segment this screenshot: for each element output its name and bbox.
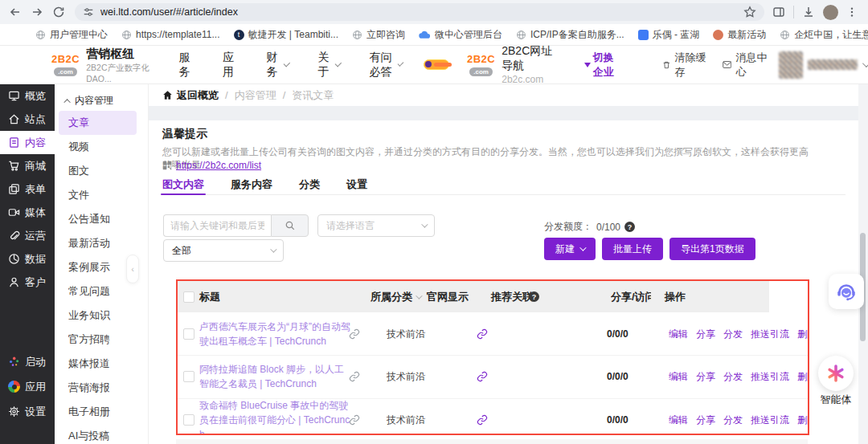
article-title-link[interactable]: 致命福特 BlueCruise 事故中的驾驶员在撞击前很可能分心 | TechC…	[199, 398, 352, 435]
sidebar-item-mall[interactable]: 商城	[0, 154, 55, 177]
submenu-item-album[interactable]: 电子相册	[55, 400, 148, 424]
link-icon[interactable]	[477, 414, 488, 426]
export-button[interactable]: 导出第1页数据	[669, 238, 755, 260]
question-icon[interactable]: ?	[529, 291, 539, 302]
edit-link[interactable]: 编辑	[669, 413, 688, 427]
distribute-link[interactable]: 分发	[723, 327, 743, 340]
bookmark-item[interactable]: ICP/IP备案自助服务...	[516, 28, 624, 42]
submenu-item-imagetext[interactable]: 图文	[55, 159, 148, 183]
submenu-group-header[interactable]: 内容管理	[55, 84, 148, 111]
delete-link[interactable]: 删除	[797, 327, 809, 340]
push-traffic-link[interactable]: 推送引流	[751, 413, 789, 427]
side-panel-icon[interactable]	[772, 6, 785, 18]
bookmark-item[interactable]: t敏捷开发 | Teambiti...	[234, 28, 338, 42]
submenu-item-ai[interactable]: AI与投稿	[55, 424, 148, 444]
share-link[interactable]: 分享	[696, 327, 715, 340]
submenu-item-notice[interactable]: 公告通知	[55, 207, 148, 231]
sidebar-item-form[interactable]: 表单	[0, 177, 55, 201]
tab-settings[interactable]: 设置	[346, 177, 367, 194]
row-checkbox[interactable]	[183, 328, 194, 340]
link-icon[interactable]	[349, 414, 360, 426]
distribute-link[interactable]: 分发	[723, 413, 743, 427]
col-category[interactable]: 所属分类	[371, 281, 412, 312]
distribute-link[interactable]: 分发	[723, 370, 743, 384]
sidebar-item-site[interactable]: 站点	[0, 108, 55, 131]
submenu-item-activity[interactable]: 最新活动	[55, 231, 148, 255]
question-icon[interactable]: ?	[624, 222, 635, 232]
tab-category[interactable]: 分类	[299, 177, 320, 194]
customer-support-button[interactable]	[829, 274, 864, 309]
bookmark-item[interactable]: https://template11...	[121, 29, 220, 40]
nav-about[interactable]: 关于	[317, 51, 338, 79]
sidebar-item-data[interactable]: 数据	[0, 247, 55, 271]
share-link[interactable]: 分享	[696, 413, 715, 427]
link-icon[interactable]	[477, 371, 488, 382]
new-button[interactable]: 新建	[544, 238, 596, 260]
breadcrumb-content-mgmt[interactable]: 内容管理	[235, 88, 276, 103]
submenu-item-press[interactable]: 媒体报道	[55, 352, 148, 376]
site-nav-logo[interactable]: 2B2C .com 2B2C网址导航 2b2c.com	[467, 44, 555, 85]
delete-link[interactable]: 删除	[797, 413, 809, 427]
browser-menu-icon[interactable]	[846, 6, 858, 18]
language-select[interactable]: 请选择语言	[317, 214, 435, 237]
sidebar-item-settings[interactable]: 设置	[0, 399, 55, 424]
row-checkbox[interactable]	[183, 371, 194, 382]
sidebar-item-customer[interactable]: 客户	[0, 271, 55, 294]
nav-finance[interactable]: 财务	[266, 51, 287, 79]
nav-services[interactable]: 服务	[178, 51, 191, 79]
submenu-item-jobs[interactable]: 官方招聘	[55, 328, 148, 352]
notice-link[interactable]: https://2b2c.com/list	[162, 160, 261, 171]
delete-link[interactable]: 删除	[797, 370, 809, 384]
ai-agent-button[interactable]	[818, 356, 854, 391]
push-traffic-link[interactable]: 推送引流	[751, 370, 789, 384]
search-button[interactable]	[271, 214, 309, 237]
edit-link[interactable]: 编辑	[669, 327, 688, 340]
sidebar-item-content[interactable]: 内容	[0, 131, 55, 154]
submenu-item-poster[interactable]: 营销海报	[55, 376, 148, 400]
sidebar-item-apps[interactable]: 应用	[0, 374, 55, 399]
link-icon[interactable]	[477, 328, 488, 340]
row-checkbox[interactable]	[183, 414, 194, 426]
address-bar[interactable]: wei.ltd.com/user/#/article/index	[75, 3, 764, 21]
share-link[interactable]: 分享	[696, 370, 715, 384]
tab-imagetext-content[interactable]: 图文内容	[162, 177, 204, 194]
nav-apps[interactable]: 应用	[223, 51, 235, 79]
bookmark-item[interactable]: 立即咨询	[352, 28, 405, 42]
back-icon[interactable]	[9, 6, 22, 18]
link-icon[interactable]	[349, 371, 360, 382]
batch-upload-button[interactable]: 批量上传	[602, 238, 663, 260]
forward-icon[interactable]	[31, 6, 43, 18]
clear-cache-button[interactable]: 清除缓存	[662, 51, 706, 79]
download-icon[interactable]	[802, 6, 815, 18]
sidebar-item-operation[interactable]: 运营	[0, 224, 55, 247]
bookmark-item[interactable]: 企炬中国，让生意...	[780, 28, 868, 42]
reload-icon[interactable]	[52, 6, 65, 18]
sidebar-item-launch[interactable]: 启动	[0, 349, 55, 374]
link-icon[interactable]	[349, 328, 360, 340]
browser-profile-avatar[interactable]	[823, 5, 838, 20]
bookmark-item[interactable]: 最新活动	[713, 28, 766, 42]
submenu-item-video[interactable]: 视频	[55, 135, 148, 159]
switch-org-button[interactable]: 切换企业	[584, 51, 624, 79]
bookmark-item[interactable]: 用户管理中心	[35, 28, 108, 42]
sidebar-collapse-handle[interactable]: ‹	[126, 255, 139, 283]
push-traffic-link[interactable]: 推送引流	[751, 327, 789, 340]
sidebar-item-media[interactable]: 媒体	[0, 201, 55, 224]
bookmark-star-icon[interactable]	[743, 6, 756, 18]
promo-badge[interactable]	[424, 59, 449, 70]
article-title-link[interactable]: 阿特拉斯追随 Block 脚步，以人工智能之名裁员 | TechCrunch	[199, 362, 352, 391]
bookmark-item[interactable]: 微中心管理后台	[419, 28, 502, 42]
user-menu[interactable]	[779, 51, 868, 79]
sidebar-item-overview[interactable]: 概览	[0, 84, 55, 108]
brand-logo[interactable]: 2B2C .com	[51, 53, 80, 76]
submenu-item-knowledge[interactable]: 业务知识	[55, 303, 148, 328]
breadcrumb-home[interactable]: 返回概览	[162, 88, 219, 103]
site-settings-icon[interactable]	[83, 6, 94, 18]
article-title-link[interactable]: 卢西德汽车展示名为“月球”的自动驾驶出租车概念车 | TechCrunch	[199, 320, 352, 348]
submenu-item-file[interactable]: 文件	[55, 183, 148, 207]
keyword-search-input[interactable]	[163, 214, 271, 237]
nav-faq[interactable]: 有问必答	[369, 51, 401, 79]
bookmark-item[interactable]: 乐偶 - 蓝湖	[638, 28, 700, 42]
submenu-item-article[interactable]: 文章	[59, 111, 137, 135]
message-center-button[interactable]: 消息中心	[723, 51, 768, 79]
